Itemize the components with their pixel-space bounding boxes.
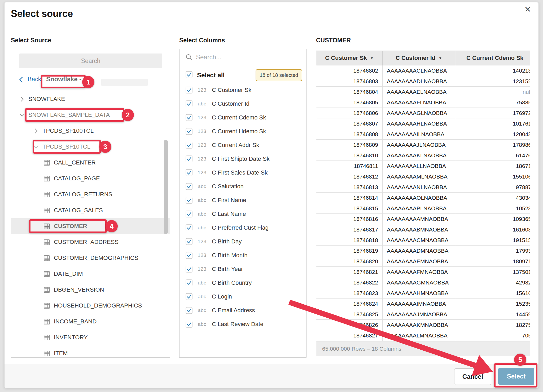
table-row: 18746827AAAAAAAALMNAOBBA705 — [316, 330, 530, 341]
tree-item-tpcds_sf10tcl[interactable]: TPCDS_SF10TCL — [11, 139, 170, 155]
cell-customer-sk: 18746815 — [316, 203, 383, 213]
column-type-icon: 123 — [196, 239, 208, 244]
tree-item-snowflake_sample_data[interactable]: SNOWFLAKE_SAMPLE_DATA — [11, 107, 170, 123]
breadcrumb-row: Back Snowflake - — [11, 72, 170, 88]
select-all-row[interactable]: Select all 18 of 18 selected — [179, 69, 306, 82]
column-item[interactable]: abcC Birth Country — [179, 276, 306, 290]
tree-item-date_dim[interactable]: DATE_DIM — [11, 266, 170, 282]
column-checkbox[interactable] — [186, 142, 192, 149]
table-icon — [43, 255, 50, 262]
column-item[interactable]: abcC Email Address — [179, 304, 306, 317]
preview-column-header[interactable]: C Customer Sk▼ — [316, 51, 383, 65]
columns-search-input[interactable] — [196, 51, 297, 63]
column-checkbox[interactable] — [186, 197, 192, 204]
tree-item-label: INCOME_BAND — [54, 318, 97, 325]
table-row: 18746805AAAAAAAAFLNAOBBA75835 — [316, 97, 530, 108]
column-item[interactable]: 123C Customer Sk — [179, 83, 306, 97]
column-checkbox[interactable] — [186, 87, 192, 93]
column-item[interactable]: abcC Last Review Date — [179, 317, 306, 331]
table-row: 18746802AAAAAAAACLNAOBBA140213 — [316, 65, 530, 76]
column-checkbox[interactable] — [186, 293, 192, 300]
column-checkbox[interactable] — [186, 183, 192, 190]
tree-item-label: DBGEN_VERSION — [54, 286, 104, 293]
preview-column-header[interactable]: C Customer Id▼ — [383, 51, 455, 65]
header-label: C Customer Id — [396, 55, 435, 61]
select-all-checkbox[interactable] — [186, 71, 192, 78]
tree-item-inventory[interactable]: INVENTORY — [11, 329, 170, 345]
column-checkbox[interactable] — [186, 128, 192, 135]
source-search-input[interactable] — [19, 54, 162, 68]
column-checkbox[interactable] — [186, 266, 192, 273]
table-row: 18746816AAAAAAAAAMNAOBBA109365 — [316, 214, 530, 224]
column-checkbox[interactable] — [186, 155, 192, 162]
chevron-down-icon[interactable] — [34, 144, 42, 150]
column-checkbox[interactable] — [186, 114, 192, 121]
column-item[interactable]: abcC Last Name — [179, 207, 306, 221]
sort-dropdown-icon[interactable]: ▼ — [370, 56, 374, 60]
column-item[interactable]: 123C First Sales Date Sk — [179, 166, 306, 180]
breadcrumb-connection[interactable]: Snowflake - — [46, 75, 81, 83]
chevron-right-icon[interactable] — [20, 96, 28, 102]
search-icon — [185, 54, 193, 62]
column-checkbox[interactable] — [186, 307, 192, 314]
column-item[interactable]: 123C Birth Month — [179, 248, 306, 262]
column-name: C Current Addr Sk — [212, 142, 259, 149]
column-item[interactable]: 123C Birth Year — [179, 262, 306, 276]
preview-column-header[interactable]: C Current Cdemo Sk — [455, 51, 530, 65]
column-item[interactable]: 123C Birth Day — [179, 235, 306, 248]
tree-item-catalog_returns[interactable]: CATALOG_RETURNS — [11, 186, 170, 202]
column-item[interactable]: 123C Current Cdemo Sk — [179, 111, 306, 124]
column-checkbox[interactable] — [186, 224, 192, 231]
cancel-button[interactable]: Cancel — [454, 368, 491, 385]
tree-item-customer_demographics[interactable]: CUSTOMER_DEMOGRAPHICS — [11, 250, 170, 266]
sort-dropdown-icon[interactable]: ▼ — [439, 56, 442, 60]
column-item[interactable]: abcC Login — [179, 290, 306, 304]
tree-item-customer_address[interactable]: CUSTOMER_ADDRESS — [11, 234, 170, 250]
column-item[interactable]: abcC First Name — [179, 193, 306, 207]
tree-item-catalog_sales[interactable]: CATALOG_SALES — [11, 202, 170, 218]
tree-item-label: TPCDS_SF100TCL — [42, 127, 94, 134]
column-checkbox[interactable] — [186, 211, 192, 217]
column-checkbox[interactable] — [186, 238, 192, 245]
tree-scrollbar-thumb[interactable] — [164, 140, 168, 234]
column-type-icon: abc — [196, 308, 208, 313]
column-checkbox[interactable] — [186, 252, 192, 259]
cell-customer-id: AAAAAAAAILNAOBBA — [383, 129, 455, 139]
tree-item-item[interactable]: ITEM — [11, 345, 170, 358]
cell-customer-sk: 18746821 — [316, 267, 383, 277]
table-row: 18746811AAAAAAAALLNAOBBA18671 — [316, 161, 530, 171]
tree-item-call_center[interactable]: CALL_CENTER — [11, 155, 170, 171]
column-checkbox[interactable] — [186, 321, 192, 328]
column-item[interactable]: abcC Preferred Cust Flag — [179, 221, 306, 235]
column-item[interactable]: abcC Customer Id — [179, 97, 306, 111]
column-name: C Last Name — [212, 211, 246, 217]
table-row: 18746822AAAAAAAAGMNAOBBA42932 — [316, 277, 530, 288]
column-checkbox[interactable] — [186, 169, 192, 176]
close-icon[interactable]: ✕ — [523, 4, 533, 15]
select-button[interactable]: Select — [498, 368, 534, 385]
tree-item-catalog_page[interactable]: CATALOG_PAGE — [11, 171, 170, 186]
chevron-right-icon[interactable] — [34, 128, 42, 134]
tree-item-customer[interactable]: CUSTOMER — [11, 218, 170, 234]
chevron-down-icon[interactable] — [20, 112, 28, 118]
tree-item-snowflake[interactable]: SNOWFLAKE — [11, 91, 170, 107]
column-item[interactable]: 123C First Shipto Date Sk — [179, 152, 306, 166]
tree-item-tpcds_sf100tcl[interactable]: TPCDS_SF100TCL — [11, 123, 170, 139]
column-item[interactable]: 123C Current Hdemo Sk — [179, 124, 306, 138]
column-item[interactable]: 123C Current Addr Sk — [179, 138, 306, 152]
cell-customer-id: AAAAAAAADLNAOBBA — [383, 76, 455, 86]
cell-customer-sk: 18746818 — [316, 235, 383, 245]
tree-item-income_band[interactable]: INCOME_BAND — [11, 314, 170, 329]
cell-current-cdemo-sk: 123152 — [455, 76, 530, 86]
column-checkbox[interactable] — [186, 279, 192, 286]
tree-item-household_demographics[interactable]: HOUSEHOLD_DEMOGRAPHICS — [11, 298, 170, 314]
column-checkbox[interactable] — [186, 100, 192, 107]
column-item[interactable]: abcC Salutation — [179, 180, 306, 193]
cell-customer-sk: 18746817 — [316, 224, 383, 235]
cell-current-cdemo-sk: 42932 — [455, 277, 530, 288]
cell-current-cdemo-sk: 15616 — [455, 288, 530, 298]
table-row: 18746820AAAAAAAAEMNAOBBA180971 — [316, 256, 530, 267]
tree-item-label: ITEM — [54, 350, 68, 357]
back-link[interactable]: Back — [28, 76, 41, 83]
tree-item-dbgen_version[interactable]: DBGEN_VERSION — [11, 282, 170, 298]
